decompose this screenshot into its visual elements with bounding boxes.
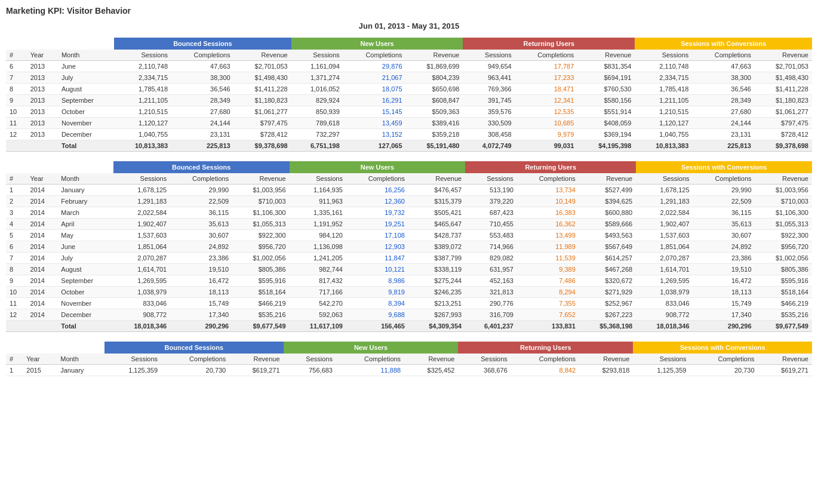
ru-c: 18,471 xyxy=(515,84,578,95)
bs-s: 1,210,515 xyxy=(114,106,171,118)
bs-c: 47,663 xyxy=(171,61,234,72)
nu-c: 8,394 xyxy=(346,298,408,309)
bs-r: $619,271 xyxy=(229,365,283,376)
bs-s: 1,291,183 xyxy=(113,196,170,207)
nu-r: $1,869,699 xyxy=(406,61,463,72)
bs-c: 28,349 xyxy=(171,95,234,106)
sc-c: 23,386 xyxy=(693,253,755,264)
sc-c: 47,663 xyxy=(692,61,755,72)
bs-revenue-3: Revenue xyxy=(229,354,283,365)
sc-s: 1,614,701 xyxy=(636,264,693,275)
sc-r: $1,106,300 xyxy=(755,207,812,219)
total-spacer xyxy=(6,321,57,332)
nu-s: 542,270 xyxy=(290,298,346,309)
bs-r: $1,498,430 xyxy=(234,72,291,84)
bs-r: $1,180,823 xyxy=(234,95,291,106)
ru-revenue-3: Revenue xyxy=(579,354,633,365)
sub-header-row: # Year Month Sessions Completions Revenu… xyxy=(6,50,812,61)
bs-s: 2,334,715 xyxy=(114,72,171,84)
nu-sessions-2: Sessions xyxy=(290,173,346,185)
sc-revenue: Revenue xyxy=(755,50,812,61)
new-users-header-3: New Users xyxy=(284,342,459,354)
row-num: 11 xyxy=(6,118,27,129)
nu-c: 8,986 xyxy=(346,275,408,287)
sc-s: 833,046 xyxy=(636,298,693,309)
nu-r: $389,072 xyxy=(408,241,465,253)
ru-s: 513,190 xyxy=(465,185,517,196)
total-nu-r: $5,191,480 xyxy=(406,140,463,152)
bs-c: 20,730 xyxy=(161,365,229,376)
row-num: 5 xyxy=(6,230,26,241)
row-month: January xyxy=(57,185,113,196)
table-row: 4 2014 April 1,902,407 35,613 $1,055,313… xyxy=(6,219,812,230)
ru-s: 769,366 xyxy=(463,84,515,95)
bs-r: $922,300 xyxy=(232,230,289,241)
date-range: Jun 01, 2013 - May 31, 2015 xyxy=(6,21,812,30)
returning-users-header: Returning Users xyxy=(463,38,635,50)
row-month: December xyxy=(58,129,114,140)
sc-r: $728,412 xyxy=(755,129,812,140)
row-num: 6 xyxy=(6,61,27,72)
row-month: August xyxy=(58,84,114,95)
nu-s: 1,016,052 xyxy=(291,84,343,95)
bs-c: 24,144 xyxy=(171,118,234,129)
nu-c: 16,291 xyxy=(343,95,406,106)
total-ru-r: $4,195,398 xyxy=(577,140,635,152)
sc-r: $1,180,823 xyxy=(755,95,812,106)
sc-completions-2: Completions xyxy=(693,173,755,185)
nu-s: 982,744 xyxy=(290,264,346,275)
bs-c: 29,990 xyxy=(170,185,232,196)
bs-r: $535,216 xyxy=(232,309,289,321)
nu-s: 789,618 xyxy=(291,118,343,129)
col-num: # xyxy=(6,50,27,61)
ru-c: 7,652 xyxy=(517,309,579,321)
sc-r: $797,475 xyxy=(755,118,812,129)
total-row: Total 18,018,346 290,296 $9,677,549 11,6… xyxy=(6,321,812,332)
bs-r: $956,720 xyxy=(232,241,289,253)
sc-c: 24,144 xyxy=(692,118,755,129)
nu-c: 9,819 xyxy=(346,287,408,298)
nu-r: $325,452 xyxy=(404,365,458,376)
total-nu-s: 11,617,109 xyxy=(290,321,346,332)
nu-c: 19,732 xyxy=(346,207,408,219)
row-num: 7 xyxy=(6,253,26,264)
ru-s: 359,576 xyxy=(463,106,515,118)
ru-r: $600,880 xyxy=(579,207,636,219)
ru-s: 308,458 xyxy=(463,129,515,140)
nu-c: 21,067 xyxy=(343,72,406,84)
conversions-header-2: Sessions with Conversions xyxy=(636,161,812,173)
row-num: 1 xyxy=(6,365,23,376)
table-row: 12 2013 December 1,040,755 23,131 $728,4… xyxy=(6,129,812,140)
ru-s: 963,441 xyxy=(463,72,515,84)
bs-r: $595,916 xyxy=(232,275,289,287)
sc-s: 2,334,715 xyxy=(635,72,692,84)
conversions-header: Sessions with Conversions xyxy=(635,38,812,50)
sc-s: 1,269,595 xyxy=(636,275,693,287)
ru-r: $694,191 xyxy=(577,72,635,84)
bs-s: 908,772 xyxy=(113,309,170,321)
row-month: July xyxy=(57,253,113,264)
col-month-2: Month xyxy=(57,173,113,185)
ru-c: 17,787 xyxy=(515,61,578,72)
ru-s: 321,813 xyxy=(465,287,517,298)
row-year: 2013 xyxy=(27,72,58,84)
bs-completions-3: Completions xyxy=(161,354,229,365)
row-month: June xyxy=(57,241,113,253)
sc-s: 1,678,125 xyxy=(636,185,693,196)
bs-c: 17,340 xyxy=(170,309,232,321)
nu-r: $804,239 xyxy=(406,72,463,84)
row-num: 10 xyxy=(6,106,27,118)
ru-r: $467,268 xyxy=(579,264,636,275)
sc-s: 1,120,127 xyxy=(635,118,692,129)
bs-r: $518,164 xyxy=(232,287,289,298)
total-bs-s: 18,018,346 xyxy=(113,321,170,332)
bs-s: 1,269,595 xyxy=(113,275,170,287)
total-bs-c: 290,296 xyxy=(170,321,232,332)
col-num-2: # xyxy=(6,173,26,185)
row-month: February xyxy=(57,196,113,207)
nu-completions-2: Completions xyxy=(346,173,408,185)
nu-r: $359,218 xyxy=(406,129,463,140)
nu-r: $275,244 xyxy=(408,275,465,287)
row-year: 2014 xyxy=(26,241,57,253)
ru-r: $293,818 xyxy=(579,365,633,376)
